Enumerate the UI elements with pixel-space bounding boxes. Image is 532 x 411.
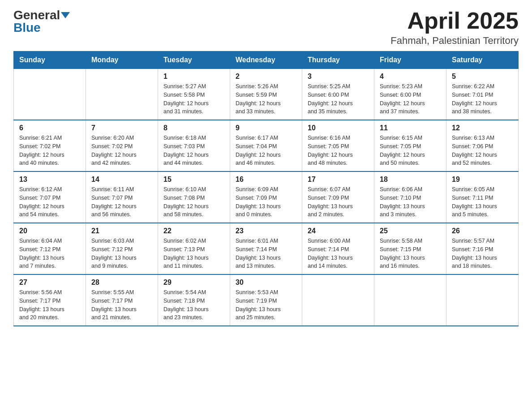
calendar-cell: 7Sunrise: 6:20 AM Sunset: 7:02 PM Daylig… [86,120,158,171]
calendar-cell: 10Sunrise: 6:16 AM Sunset: 7:05 PM Dayli… [302,120,374,171]
day-info: Sunrise: 6:06 AM Sunset: 7:10 PM Dayligh… [380,185,441,219]
day-info: Sunrise: 6:00 AM Sunset: 7:14 PM Dayligh… [308,237,369,270]
day-number: 6 [19,124,80,132]
day-number: 24 [308,227,369,235]
logo: General Blue [13,9,70,34]
day-number: 27 [19,278,80,287]
calendar-cell: 23Sunrise: 6:01 AM Sunset: 7:14 PM Dayli… [230,223,302,274]
calendar-cell: 25Sunrise: 5:58 AM Sunset: 7:15 PM Dayli… [374,223,446,274]
day-info: Sunrise: 6:13 AM Sunset: 7:06 PM Dayligh… [452,134,513,167]
logo-triangle-icon [61,12,70,18]
day-info: Sunrise: 6:15 AM Sunset: 7:05 PM Dayligh… [380,134,441,167]
col-header-thursday: Thursday [302,51,374,69]
day-number: 25 [380,227,441,235]
day-number: 29 [163,278,224,287]
day-number: 8 [163,124,224,132]
day-info: Sunrise: 5:27 AM Sunset: 5:58 PM Dayligh… [163,82,224,116]
day-number: 5 [452,73,513,81]
day-info: Sunrise: 5:26 AM Sunset: 5:59 PM Dayligh… [236,82,296,116]
day-number: 14 [91,176,152,184]
calendar-header-row: SundayMondayTuesdayWednesdayThursdayFrid… [14,51,519,69]
day-info: Sunrise: 5:53 AM Sunset: 7:19 PM Dayligh… [236,288,296,322]
calendar-cell [374,274,446,326]
calendar-cell: 22Sunrise: 6:02 AM Sunset: 7:13 PM Dayli… [158,223,230,274]
logo-general-text: General [13,9,60,21]
calendar-week-row: 13Sunrise: 6:12 AM Sunset: 7:07 PM Dayli… [14,171,519,223]
calendar-cell [14,69,86,120]
title-block: April 2025 Fahmah, Palestinian Territory [390,9,519,47]
day-info: Sunrise: 6:21 AM Sunset: 7:02 PM Dayligh… [19,134,80,167]
day-number: 19 [452,176,513,184]
calendar-cell: 6Sunrise: 6:21 AM Sunset: 7:02 PM Daylig… [14,120,86,171]
calendar-week-row: 1Sunrise: 5:27 AM Sunset: 5:58 PM Daylig… [14,69,519,120]
calendar-cell: 2Sunrise: 5:26 AM Sunset: 5:59 PM Daylig… [230,69,302,120]
day-number: 30 [236,278,296,287]
day-number: 26 [452,227,513,235]
calendar-cell: 19Sunrise: 6:05 AM Sunset: 7:11 PM Dayli… [446,171,519,223]
day-number: 12 [452,124,513,132]
day-number: 20 [19,227,80,235]
day-number: 2 [236,73,296,81]
calendar-cell: 1Sunrise: 5:27 AM Sunset: 5:58 PM Daylig… [158,69,230,120]
col-header-monday: Monday [86,51,158,69]
calendar-cell: 26Sunrise: 5:57 AM Sunset: 7:16 PM Dayli… [446,223,519,274]
day-info: Sunrise: 6:10 AM Sunset: 7:08 PM Dayligh… [163,185,224,219]
day-number: 21 [91,227,152,235]
calendar-cell: 24Sunrise: 6:00 AM Sunset: 7:14 PM Dayli… [302,223,374,274]
day-info: Sunrise: 6:09 AM Sunset: 7:09 PM Dayligh… [236,185,296,219]
day-number: 22 [163,227,224,235]
calendar-cell: 11Sunrise: 6:15 AM Sunset: 7:05 PM Dayli… [374,120,446,171]
day-number: 28 [91,278,152,287]
day-info: Sunrise: 6:17 AM Sunset: 7:04 PM Dayligh… [236,134,296,167]
calendar-cell: 13Sunrise: 6:12 AM Sunset: 7:07 PM Dayli… [14,171,86,223]
day-info: Sunrise: 6:02 AM Sunset: 7:13 PM Dayligh… [163,237,224,270]
day-info: Sunrise: 6:12 AM Sunset: 7:07 PM Dayligh… [19,185,80,219]
col-header-tuesday: Tuesday [158,51,230,69]
day-number: 17 [308,176,369,184]
day-number: 23 [236,227,296,235]
day-info: Sunrise: 6:07 AM Sunset: 7:09 PM Dayligh… [308,185,369,219]
day-info: Sunrise: 5:25 AM Sunset: 6:00 PM Dayligh… [308,82,369,116]
calendar-cell: 5Sunrise: 6:22 AM Sunset: 7:01 PM Daylig… [446,69,519,120]
calendar-cell: 28Sunrise: 5:55 AM Sunset: 7:17 PM Dayli… [86,274,158,326]
day-number: 18 [380,176,441,184]
day-info: Sunrise: 5:58 AM Sunset: 7:15 PM Dayligh… [380,237,441,270]
calendar-cell: 17Sunrise: 6:07 AM Sunset: 7:09 PM Dayli… [302,171,374,223]
day-info: Sunrise: 5:23 AM Sunset: 6:00 PM Dayligh… [380,82,441,116]
calendar-week-row: 20Sunrise: 6:04 AM Sunset: 7:12 PM Dayli… [14,223,519,274]
calendar-cell: 8Sunrise: 6:18 AM Sunset: 7:03 PM Daylig… [158,120,230,171]
day-info: Sunrise: 6:01 AM Sunset: 7:14 PM Dayligh… [236,237,296,270]
day-info: Sunrise: 6:05 AM Sunset: 7:11 PM Dayligh… [452,185,513,219]
day-info: Sunrise: 6:18 AM Sunset: 7:03 PM Dayligh… [163,134,224,167]
day-number: 1 [163,73,224,81]
day-info: Sunrise: 5:57 AM Sunset: 7:16 PM Dayligh… [452,237,513,270]
calendar-title: April 2025 [390,9,519,32]
day-number: 15 [163,176,224,184]
day-number: 3 [308,73,369,81]
calendar-cell: 3Sunrise: 5:25 AM Sunset: 6:00 PM Daylig… [302,69,374,120]
calendar-cell [446,274,519,326]
day-info: Sunrise: 6:16 AM Sunset: 7:05 PM Dayligh… [308,134,369,167]
calendar-week-row: 27Sunrise: 5:56 AM Sunset: 7:17 PM Dayli… [14,274,519,326]
calendar-cell: 12Sunrise: 6:13 AM Sunset: 7:06 PM Dayli… [446,120,519,171]
calendar-location: Fahmah, Palestinian Territory [390,35,519,47]
day-info: Sunrise: 5:54 AM Sunset: 7:18 PM Dayligh… [163,288,224,322]
page-header: General Blue April 2025 Fahmah, Palestin… [13,9,519,47]
day-number: 4 [380,73,441,81]
calendar-cell: 15Sunrise: 6:10 AM Sunset: 7:08 PM Dayli… [158,171,230,223]
day-info: Sunrise: 5:55 AM Sunset: 7:17 PM Dayligh… [91,288,152,322]
col-header-wednesday: Wednesday [230,51,302,69]
calendar-cell: 30Sunrise: 5:53 AM Sunset: 7:19 PM Dayli… [230,274,302,326]
calendar-cell: 21Sunrise: 6:03 AM Sunset: 7:12 PM Dayli… [86,223,158,274]
day-info: Sunrise: 5:56 AM Sunset: 7:17 PM Dayligh… [19,288,80,322]
calendar-cell: 20Sunrise: 6:04 AM Sunset: 7:12 PM Dayli… [14,223,86,274]
day-info: Sunrise: 6:22 AM Sunset: 7:01 PM Dayligh… [452,82,513,116]
calendar-cell: 16Sunrise: 6:09 AM Sunset: 7:09 PM Dayli… [230,171,302,223]
day-number: 13 [19,176,80,184]
day-info: Sunrise: 6:11 AM Sunset: 7:07 PM Dayligh… [91,185,152,219]
logo-blue-text: Blue [13,21,41,34]
day-number: 7 [91,124,152,132]
day-number: 10 [308,124,369,132]
calendar-table: SundayMondayTuesdayWednesdayThursdayFrid… [13,51,519,326]
day-number: 9 [236,124,296,132]
